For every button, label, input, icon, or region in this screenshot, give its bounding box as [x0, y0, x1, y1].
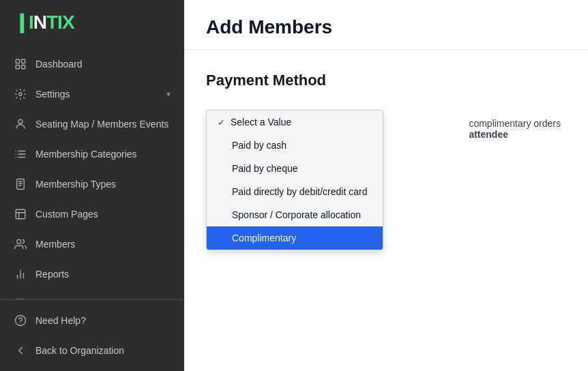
sidebar: ❙INTIX Dashboard Settings ▾ Seating Map …: [0, 0, 184, 371]
dropdown-option-label: Paid directly by debit/credit card: [232, 186, 367, 197]
layout-icon: [14, 207, 27, 221]
sidebar-item-label: Dashboard: [35, 59, 171, 70]
people-icon: [14, 237, 27, 251]
sidebar-item-label: Back to Organization: [35, 345, 171, 356]
sidebar-item-label: Members: [35, 239, 171, 250]
dropdown-option-debit[interactable]: Paid directly by debit/credit card: [207, 180, 383, 203]
right-text-line2: attendee: [469, 129, 508, 140]
svg-rect-16: [16, 209, 25, 219]
sidebar-item-seating-map[interactable]: Seating Map / Members Events: [0, 109, 184, 139]
svg-point-4: [19, 93, 23, 96]
dropdown-option-select[interactable]: Select a Value: [207, 110, 383, 134]
gear-icon: [14, 87, 27, 101]
back-icon: [14, 344, 27, 357]
svg-point-23: [16, 316, 26, 326]
section-title: Payment Method: [206, 72, 566, 89]
sidebar-item-membership-types[interactable]: Membership Types: [0, 169, 184, 199]
dropdown-option-label: Complimentary: [232, 233, 296, 243]
svg-rect-12: [17, 179, 25, 190]
svg-rect-0: [16, 59, 19, 63]
sidebar-nav: Dashboard Settings ▾ Seating Map / Membe…: [0, 44, 184, 299]
document-icon: [14, 177, 27, 191]
svg-point-5: [18, 119, 23, 123]
logo: ❙INTIX: [0, 0, 184, 44]
sidebar-item-reports[interactable]: Reports: [0, 259, 184, 289]
svg-rect-2: [16, 65, 19, 69]
svg-rect-1: [22, 59, 25, 63]
sidebar-item-label: Marketing: [35, 299, 158, 299]
sidebar-item-label: Need Help?: [35, 315, 171, 326]
content-area: Payment Method Select a Value Paid by ca…: [184, 50, 588, 134]
list-icon: [14, 147, 27, 161]
right-text-line1: complimentary orders: [469, 118, 561, 129]
sidebar-footer: Need Help? Back to Organization: [0, 299, 184, 371]
sidebar-item-label: Settings: [35, 89, 158, 100]
dropdown-option-sponsor[interactable]: Sponsor / Corporate allocation: [207, 203, 383, 226]
dropdown-option-label: Select a Value: [231, 117, 291, 128]
svg-point-19: [17, 239, 21, 243]
chat-icon: [14, 297, 27, 299]
chart-icon: [14, 267, 27, 281]
sidebar-item-label: Membership Types: [35, 179, 171, 190]
person-icon: [14, 117, 27, 131]
svg-rect-3: [22, 65, 25, 69]
sidebar-item-label: Membership Categories: [35, 149, 171, 160]
page-header: Add Members: [184, 0, 588, 50]
sidebar-item-label: Custom Pages: [35, 209, 171, 220]
grid-icon: [14, 57, 27, 71]
page-title: Add Members: [206, 16, 566, 38]
main-content: Add Members Payment Method Select a Valu…: [184, 0, 588, 371]
dropdown-option-complimentary[interactable]: Complimentary: [207, 226, 383, 250]
sidebar-item-back-to-org[interactable]: Back to Organization: [0, 336, 184, 366]
sidebar-item-membership-categories[interactable]: Membership Categories: [0, 139, 184, 169]
dropdown-option-label: Paid by cash: [232, 140, 286, 151]
sidebar-item-label: Reports: [35, 269, 171, 280]
dropdown-menu: Select a Value Paid by cash Paid by cheq…: [206, 110, 383, 250]
dropdown-option-label: Sponsor / Corporate allocation: [232, 209, 361, 220]
dropdown-option-label: Paid by cheque: [232, 163, 298, 174]
logo-text: ❙INTIX: [14, 11, 74, 33]
sidebar-item-dashboard[interactable]: Dashboard: [0, 49, 184, 79]
sidebar-item-settings[interactable]: Settings ▾: [0, 79, 184, 109]
dropdown-option-cheque[interactable]: Paid by cheque: [207, 157, 383, 180]
logo-letter-i: I: [29, 12, 33, 33]
help-icon: [14, 314, 27, 327]
logo-bracket-left: ❙: [14, 12, 29, 33]
dropdown-option-cash[interactable]: Paid by cash: [207, 134, 383, 157]
sidebar-item-custom-pages[interactable]: Custom Pages: [0, 199, 184, 229]
right-side-text: complimentary orders attendee: [469, 118, 561, 140]
sidebar-item-need-help[interactable]: Need Help?: [0, 306, 184, 336]
sidebar-item-label: Seating Map / Members Events: [35, 119, 171, 130]
chevron-down-icon: ▾: [166, 89, 171, 99]
sidebar-item-marketing[interactable]: Marketing ▾: [0, 289, 184, 299]
sidebar-item-members[interactable]: Members: [0, 229, 184, 259]
